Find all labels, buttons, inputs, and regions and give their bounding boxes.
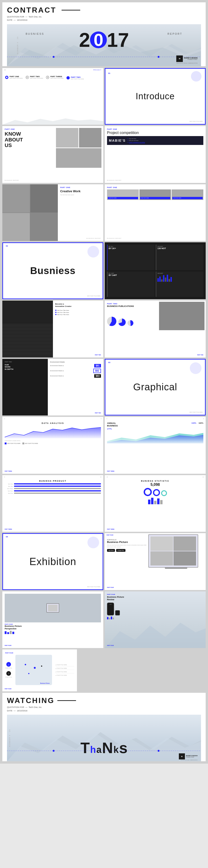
brand-logo: M: [176, 56, 183, 62]
bpmap-icons: △ YOUR TITLE ▽ YOUR TITLE: [5, 655, 12, 685]
bp-prod-part-label: PART THREE: [5, 528, 12, 530]
bpp-photo: [5, 594, 101, 622]
bpr-mini-bar-1: [107, 617, 109, 619]
bstat-number: 5,098: [107, 483, 203, 487]
busniess-label: BUSNIESS: [26, 32, 44, 35]
innov-dot-2: [55, 312, 56, 313]
slide-annual-business: 8 9 ANNUALBUSINESS 133% 160% 177%: [105, 417, 206, 474]
creative-photo-2: [30, 184, 58, 213]
ab-part-label: PART THREE: [107, 470, 115, 472]
bpmap-section: PART FOUR: [5, 652, 74, 654]
footer-title-row: WATCHING: [7, 696, 201, 705]
nav-item-1: PART ONE ADD YOUR TITLE HERE: [5, 75, 23, 80]
bstat-bars: [107, 497, 203, 504]
por-photo-2: YOUR TEXT HERE: [140, 189, 171, 200]
stats-grid: BY 1K+ BY 1K+ 130 NOT 130 NOT BY 140T BY…: [107, 245, 203, 297]
da-area-svg: [5, 426, 101, 438]
nav-dot-inner-3: [47, 77, 48, 78]
slide-business-statistic: 10 11 BUNIESS STATISTIC 5,098 PART THREE: [105, 475, 206, 532]
slide-bp-review: PART FOUR Business PictureReview PA: [105, 591, 206, 648]
nav-sub-4: ADD YOUR TITLE HERE: [71, 78, 84, 80]
bstat-bar-2: [151, 498, 153, 504]
bpr-mini-bar-4: [113, 618, 114, 619]
slide-busniess: 02 Busniess ADD YOUR TITLE HERE: [2, 242, 103, 299]
brand-name: MARIE'S DESIGN: [184, 57, 198, 59]
nav-item-3: PART THREE ADD YOUR TITLE HERE: [46, 75, 64, 80]
footer-title: WATCHING: [7, 696, 55, 705]
footer-number-vertical: NUMBER # 29: [9, 729, 10, 747]
por-photo-3: YOUR TEXT HERE: [172, 189, 203, 200]
creative-photo-4: [30, 213, 58, 241]
pie-circle-3: [127, 320, 133, 326]
bpic-appstore[interactable]: App Store: [107, 549, 115, 552]
footer-section: WATCHING QUOTATION FOR — Tech One, Inc. …: [2, 693, 206, 761]
know-photo-3: [56, 148, 101, 168]
bpmap-icon-2-shape: ▽: [6, 671, 11, 676]
svg-marker-6: [2, 118, 103, 125]
bpp-bars: [5, 630, 101, 634]
busniess-footer: ADD YOUR TITLE HERE: [87, 295, 100, 297]
slides-row-11: PART FOUR △ YOUR TITLE ▽ YOUR TITLE: [2, 649, 206, 691]
slides-row-7: 9 8 DATA ANALYSIS Lorem ipsum is simple …: [2, 417, 206, 474]
buspub-photo: [159, 302, 205, 330]
da-chart: [5, 426, 101, 439]
nav-label-2: PART TWO ADD YOUR TITLE HERE: [30, 75, 43, 79]
da-leg-1: ADD YOUR TITLE HERE: [5, 442, 21, 444]
slide-graphical: 03 Graphical ADD YOUR TITLE HERE: [105, 359, 206, 416]
intro-circle: [191, 71, 202, 82]
env-section-dark: PART TWO: [5, 361, 46, 363]
nav-mountain-bg: [2, 118, 103, 125]
bpr-mini-bar-2: [109, 618, 110, 619]
proj-report: BUSNIESS REPORT: [107, 180, 121, 181]
map-dot-3: [41, 665, 42, 667]
intro-footer: ADD YOUR TITLE HERE: [189, 121, 203, 122]
header-mountain: BUSNIESS REPORT 2 0 17 M: [7, 24, 201, 66]
slides-row-5: Become aInnovative Creator Add Your Titl…: [2, 301, 206, 358]
bp-row-bar-1: [14, 483, 101, 485]
bpmap-icon-1: △ YOUR TITLE: [5, 662, 12, 669]
proj-dark-panel: MABIE'S ► Your text here ► Add your text…: [107, 136, 203, 145]
thanks-N: N: [102, 740, 113, 755]
ab-wave-svg: [107, 431, 203, 443]
bpr-mini-bar-3: [111, 617, 112, 619]
bpp-tablet-screen: [48, 605, 58, 612]
date-label: DATE: [7, 19, 12, 21]
brand-sub1: POWER POINT: [184, 59, 198, 60]
bpic-laptop-stand: [165, 568, 187, 569]
bp-prod-row-3: Item Three: [5, 488, 101, 489]
env-title-right: Environment Details: [50, 361, 101, 363]
map-dot-1: [25, 664, 26, 665]
thanks-area: T h a N k s M MARIE'S DESIGN POW: [7, 715, 201, 761]
ab-pct4: 160%: [199, 422, 203, 424]
slide-exhibition: 04 Exhibition ADD YOUR TITLE HERE: [2, 533, 103, 590]
bp-prod-row-4: Item Four: [5, 490, 101, 492]
da-leg-color-1: [5, 442, 6, 444]
bpmap-world-map: Business Picture: [16, 655, 52, 685]
svg-marker-7: [105, 623, 206, 648]
know-photo-1: [56, 128, 78, 148]
footer-date-label: DATE: [7, 710, 12, 712]
innovative-content: Become aInnovative Creator Add Your Titl…: [53, 301, 103, 358]
year-display: 2 0 17: [79, 30, 129, 50]
nav-dot-1: [5, 76, 8, 79]
env-dark-panel: PART TWO OURWORKIN DEPTH: [2, 359, 48, 416]
slide-creative-work: PART ONE Creative Work Your text here lo…: [2, 184, 103, 241]
stat-val-3: BY 140T: [109, 274, 153, 276]
innov-dot-1: [55, 310, 56, 311]
slides-row-6: PART TWO OURWORKIN DEPTH Environment Det…: [2, 359, 206, 416]
bp-prod-row-1: Item One: [5, 483, 101, 485]
slides-row-1: 00 PROJECT PART ONE ADD YOUR TITLE HERE: [2, 68, 206, 125]
slide-part-one-right: PART ONE YOUR TEXT HERE YOUR TEXT HERE Y…: [105, 184, 206, 241]
bstat-donut-1: [144, 488, 152, 496]
innov-item-2: Add Your Title Here: [55, 312, 101, 313]
footer-brand-logo-m: M: [181, 756, 183, 757]
creative-desc: Your text here lorem ipsum: [60, 194, 101, 196]
bpmap-list-4: ● YOUR TITLE HERE: [56, 675, 74, 676]
bpic-googleplay[interactable]: Google Play: [116, 549, 125, 552]
bpmap-title-inner: Business Picture: [40, 683, 50, 684]
bar-5: [165, 278, 166, 282]
page-wrapper: CONTRACT QUOTATION FOR — Tech One, Inc. …: [0, 0, 208, 764]
slides-row-4: 02 Busniess ADD YOUR TITLE HERE BY 1K+ B…: [2, 242, 206, 299]
bpic-laptop-screen: [150, 536, 197, 566]
pie-2: [118, 318, 126, 326]
